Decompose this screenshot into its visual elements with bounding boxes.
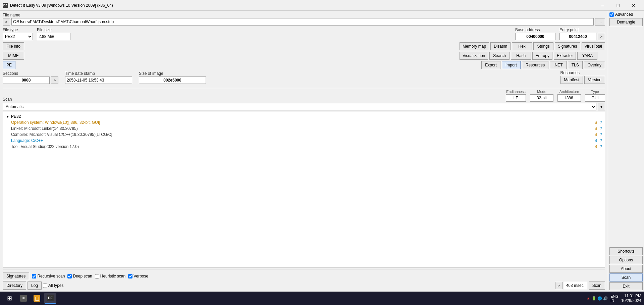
taskbar-clock[interactable]: 11:01 PM 10/29/2024 — [621, 294, 641, 303]
import-tab[interactable]: Import — [502, 61, 521, 69]
tree-item-4[interactable]: Tool: Visual Studio(2022 version 17.0) S… — [4, 144, 603, 150]
start-button[interactable]: ⊞ — [3, 293, 16, 304]
deep-scan-label[interactable]: Deep scan — [67, 274, 92, 278]
taskbar-item-1[interactable]: ◫ — [31, 293, 43, 304]
advanced-checkbox[interactable] — [609, 12, 614, 17]
recursive-scan-checkbox[interactable] — [32, 274, 36, 278]
tree-item-0-s[interactable]: S — [594, 120, 597, 125]
tree-item-1[interactable]: Linker: Microsoft Linker(14.30.30795) S … — [4, 125, 603, 132]
file-path-input[interactable] — [11, 18, 594, 26]
tree-item-2-q[interactable]: ? — [600, 132, 602, 137]
shortcuts-btn[interactable]: Shortcuts — [609, 247, 643, 255]
endianness-label: Endianness — [506, 90, 526, 94]
deep-scan-checkbox[interactable] — [67, 274, 72, 278]
type-label: Type — [591, 90, 599, 94]
signatures-tool-btn[interactable]: Signatures — [555, 42, 580, 50]
yara-btn[interactable]: YARA — [577, 52, 597, 60]
tree-item-4-q[interactable]: ? — [600, 144, 602, 149]
sections-arrow-btn[interactable]: > — [51, 77, 58, 84]
filename-section: File name > ... — [3, 13, 605, 26]
resources-tab[interactable]: Resources — [522, 61, 548, 69]
net-tab[interactable]: .NET — [550, 61, 566, 69]
taskbar-item-0[interactable]: ≡ — [17, 293, 30, 304]
manifest-btn[interactable]: Manifest — [560, 76, 583, 84]
tree-item-1-q[interactable]: ? — [600, 126, 602, 131]
taskbar-item-2[interactable]: DE — [44, 293, 56, 304]
dots-button[interactable]: ... — [595, 18, 605, 26]
tree-item-4-s[interactable]: S — [594, 144, 597, 149]
all-types-checkbox[interactable] — [43, 284, 47, 288]
disasm-btn[interactable]: Disasm — [490, 42, 511, 50]
imgsize-label: Size of image — [139, 71, 206, 76]
file-type-select[interactable]: PE32 — [3, 33, 33, 40]
tree-item-0[interactable]: Operation system: Windows(10)[I386, 32-b… — [4, 119, 603, 125]
log-btn[interactable]: Log — [28, 282, 42, 290]
sections-row: Sections > Time date stamp Size of image… — [3, 70, 605, 84]
tree-pe32-item[interactable]: ▼ PE32 — [4, 113, 603, 119]
pe-btn[interactable]: PE — [3, 61, 15, 69]
directory-btn[interactable]: Directory — [3, 282, 26, 290]
tree-item-2[interactable]: Compiler: Microsoft Visual C/C++(19.30.3… — [4, 132, 603, 138]
options-btn[interactable]: Options — [609, 256, 643, 264]
maximize-button[interactable]: □ — [610, 0, 626, 11]
tree-item-3[interactable]: Language: C/C++ S ? — [4, 138, 603, 144]
arch-value: I386 — [557, 94, 581, 102]
hash-btn[interactable]: Hash — [511, 52, 531, 60]
file-info-btn[interactable]: File info — [3, 42, 24, 50]
left-panel: File name > ... File type PE32 File size — [0, 11, 608, 292]
extractor-btn[interactable]: Extractor — [554, 52, 576, 60]
filename-arrow-btn[interactable]: > — [3, 18, 10, 26]
memory-map-btn[interactable]: Memory map — [460, 42, 489, 50]
scan-dropdown-btn[interactable]: ▼ — [598, 103, 605, 110]
entry-point-input[interactable] — [559, 33, 596, 40]
tls-tab[interactable]: TLS — [568, 61, 583, 69]
scan-sidebar-btn[interactable]: Scan — [609, 273, 643, 282]
demangle-btn[interactable]: Demangle — [609, 18, 643, 26]
tree-item-3-s[interactable]: S — [594, 138, 597, 143]
virus-total-btn[interactable]: VirusTotal — [582, 42, 605, 50]
verbose-checkbox[interactable] — [128, 274, 132, 278]
recursive-scan-label[interactable]: Recursive scan — [32, 274, 65, 278]
hex-btn[interactable]: Hex — [512, 42, 532, 50]
scan-mode-select[interactable]: Automatic — [3, 103, 596, 110]
minimize-button[interactable]: – — [595, 0, 610, 11]
visualization-btn[interactable]: Visualization — [460, 52, 488, 60]
heuristic-scan-checkbox[interactable] — [95, 274, 99, 278]
overlay-tab[interactable]: Overlay — [584, 61, 605, 69]
tree-item-2-s[interactable]: S — [594, 132, 597, 137]
progress-arrow-btn[interactable]: > — [555, 282, 562, 289]
tree-item-3-text: Language: C/C++ — [11, 138, 43, 143]
strings-btn[interactable]: Strings — [533, 42, 553, 50]
about-btn[interactable]: About — [609, 265, 643, 273]
signatures-btn[interactable]: Signatures — [3, 272, 29, 280]
main-content: File name > ... File type PE32 File size — [0, 11, 644, 292]
file-size-label: File size — [37, 28, 70, 32]
lang-indicator[interactable]: ENG IN — [610, 294, 619, 302]
export-tab[interactable]: Export — [481, 61, 500, 69]
tree-item-1-s[interactable]: S — [594, 126, 597, 131]
arch-label: Architecture — [559, 90, 579, 94]
close-button[interactable]: ✕ — [626, 0, 641, 11]
tree-toggle-icon[interactable]: ▼ — [6, 115, 10, 118]
verbose-label[interactable]: Verbose — [128, 274, 148, 278]
search-btn[interactable]: Search — [489, 52, 509, 60]
results-tree: ▼ PE32 Operation system: Windows(10)[I38… — [3, 112, 605, 268]
bottom-divider — [3, 269, 605, 269]
mode-value: 32-bit — [530, 94, 553, 102]
entry-point-group: Entry point > — [559, 28, 605, 40]
taskbar-right: 🔺 🔋 🌐 🔊 ENG IN 11:01 PM 10/29/2024 — [586, 294, 641, 303]
taskbar: ⊞ ≡ ◫ DE 🔺 🔋 🌐 🔊 ENG IN 11:01 PM 10/29/2… — [0, 292, 644, 305]
exit-btn[interactable]: Exit — [609, 282, 643, 290]
entropy-btn[interactable]: Entropy — [532, 52, 552, 60]
imgsize-input — [139, 77, 206, 84]
mime-btn[interactable]: MIME — [3, 52, 24, 60]
tree-item-0-q[interactable]: ? — [600, 120, 602, 125]
all-types-label[interactable]: All types — [43, 283, 63, 288]
tree-item-3-q[interactable]: ? — [600, 138, 602, 143]
sections-input — [3, 77, 50, 84]
version-btn[interactable]: Version — [584, 76, 605, 84]
base-addr-input[interactable] — [515, 33, 555, 40]
heuristic-scan-label[interactable]: Heuristic scan — [95, 274, 125, 278]
entry-point-arrow-btn[interactable]: > — [598, 33, 605, 40]
scan-bottom-btn[interactable]: Scan — [589, 282, 605, 290]
